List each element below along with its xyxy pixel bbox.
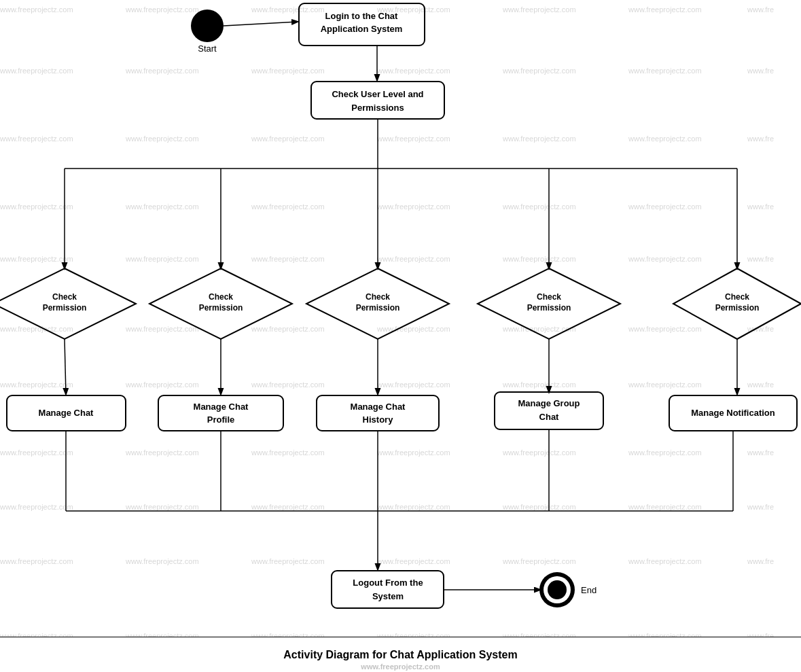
- svg-text:Profile: Profile: [207, 414, 234, 425]
- svg-text:Logout From the: Logout From the: [353, 578, 423, 588]
- svg-text:Chat: Chat: [539, 412, 560, 422]
- svg-text:Check: Check: [52, 292, 77, 302]
- svg-text:Check User Level and: Check User Level and: [332, 89, 423, 99]
- svg-text:Check: Check: [725, 292, 749, 302]
- svg-text:Application System: Application System: [321, 24, 403, 34]
- svg-text:Permission: Permission: [356, 303, 400, 313]
- svg-text:Manage Group: Manage Group: [518, 398, 580, 408]
- svg-text:Manage Chat: Manage Chat: [39, 408, 94, 418]
- svg-text:Check: Check: [366, 292, 390, 302]
- footer-bar: Activity Diagram for Chat Application Sy…: [0, 637, 801, 672]
- footer-title: Activity Diagram for Chat Application Sy…: [283, 649, 517, 661]
- svg-text:History: History: [363, 414, 394, 425]
- svg-text:System: System: [372, 591, 404, 601]
- svg-text:Login to the Chat: Login to the Chat: [325, 11, 399, 21]
- svg-rect-41: [317, 395, 439, 431]
- svg-text:Permission: Permission: [199, 303, 243, 313]
- diagram-container: www.freeprojectz.com www.freeprojectz.co…: [0, 0, 801, 672]
- svg-text:Permission: Permission: [715, 303, 760, 313]
- svg-text:Permission: Permission: [43, 303, 87, 313]
- svg-line-1: [224, 22, 298, 26]
- svg-text:Permission: Permission: [527, 303, 571, 313]
- svg-text:Permissions: Permissions: [351, 103, 404, 113]
- footer-watermark-text: www.freeprojectz.com: [0, 662, 801, 671]
- svg-text:Start: Start: [198, 43, 217, 54]
- svg-text:End: End: [581, 585, 597, 595]
- activity-diagram-svg: Start Login to the Chat Application Syst…: [0, 0, 801, 672]
- svg-text:Manage Notification: Manage Notification: [691, 408, 775, 418]
- svg-point-62: [548, 580, 567, 599]
- svg-rect-56: [332, 571, 444, 608]
- svg-text:Check: Check: [209, 292, 233, 302]
- svg-rect-38: [158, 395, 283, 431]
- svg-text:Manage Chat: Manage Chat: [194, 402, 249, 412]
- svg-text:Manage Chat: Manage Chat: [351, 402, 406, 412]
- svg-rect-6: [311, 82, 444, 119]
- svg-text:Check: Check: [537, 292, 561, 302]
- start-node: [191, 10, 224, 42]
- svg-line-31: [65, 339, 66, 394]
